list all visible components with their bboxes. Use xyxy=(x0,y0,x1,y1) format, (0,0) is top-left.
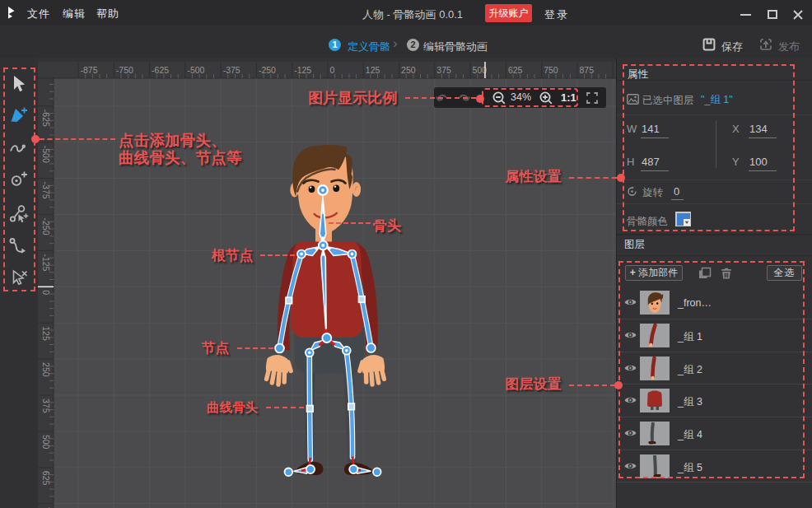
svg-text:-750: -750 xyxy=(116,65,133,75)
svg-text:-250: -250 xyxy=(41,218,51,235)
svg-text:625: 625 xyxy=(41,471,51,486)
svg-text:125: 125 xyxy=(41,326,51,341)
svg-text:375: 375 xyxy=(436,65,451,75)
svg-text:250: 250 xyxy=(401,65,416,75)
svg-text:500: 500 xyxy=(41,435,51,450)
svg-text:0: 0 xyxy=(330,65,335,75)
svg-text:-250: -250 xyxy=(259,65,276,75)
svg-text:-625: -625 xyxy=(152,65,169,75)
svg-text:375: 375 xyxy=(41,398,51,413)
svg-text:625: 625 xyxy=(508,65,523,75)
svg-text:875: 875 xyxy=(580,65,595,75)
svg-text:-125: -125 xyxy=(41,254,51,271)
svg-text:-625: -625 xyxy=(41,110,51,127)
svg-text:125: 125 xyxy=(366,65,380,75)
svg-text:-875: -875 xyxy=(81,65,98,75)
svg-text:-375: -375 xyxy=(223,65,240,75)
svg-text:-500: -500 xyxy=(41,146,51,163)
svg-text:-500: -500 xyxy=(187,65,204,75)
svg-text:-125: -125 xyxy=(294,65,311,75)
svg-text:250: 250 xyxy=(41,362,51,377)
svg-text:-375: -375 xyxy=(41,182,51,199)
svg-text:750: 750 xyxy=(544,65,558,75)
svg-text:0: 0 xyxy=(41,290,51,295)
